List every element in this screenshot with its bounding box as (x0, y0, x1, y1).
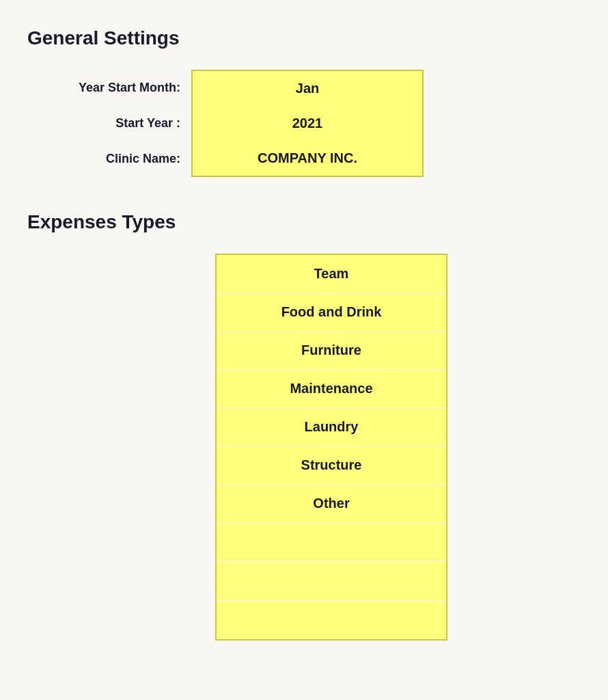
general-settings-section: General Settings Year Start Month: Jan S… (27, 27, 581, 177)
expense-item[interactable]: Team (217, 255, 446, 293)
settings-table: Year Start Month: Jan Start Year : 2021 … (55, 70, 424, 177)
expense-item[interactable]: Maintenance (217, 370, 446, 408)
expense-item[interactable]: Laundry (217, 408, 446, 446)
expenses-list: TeamFood and DrinkFurnitureMaintenanceLa… (215, 254, 447, 641)
expense-item[interactable]: Structure (217, 446, 446, 485)
start-year-label: Start Year : (55, 106, 191, 141)
general-settings-title: General Settings (27, 27, 581, 49)
start-year-row: Start Year : 2021 (55, 106, 424, 141)
expense-item[interactable] (217, 601, 446, 639)
expense-item[interactable]: Other (217, 485, 446, 523)
expenses-types-section: Expenses Types TeamFood and DrinkFurnitu… (27, 211, 581, 641)
year-start-month-label: Year Start Month: (55, 70, 191, 106)
expenses-types-title: Expenses Types (27, 211, 581, 233)
year-start-month-row: Year Start Month: Jan (55, 70, 424, 106)
clinic-name-row: Clinic Name: COMPANY INC. (55, 141, 424, 177)
expense-item[interactable] (217, 523, 446, 562)
clinic-name-label: Clinic Name: (55, 141, 191, 177)
expense-item[interactable]: Food and Drink (217, 293, 446, 332)
year-start-month-value[interactable]: Jan (191, 70, 424, 106)
expense-item[interactable] (217, 562, 446, 601)
expense-item[interactable]: Furniture (217, 332, 446, 370)
clinic-name-value[interactable]: COMPANY INC. (191, 141, 424, 177)
start-year-value[interactable]: 2021 (191, 106, 424, 141)
